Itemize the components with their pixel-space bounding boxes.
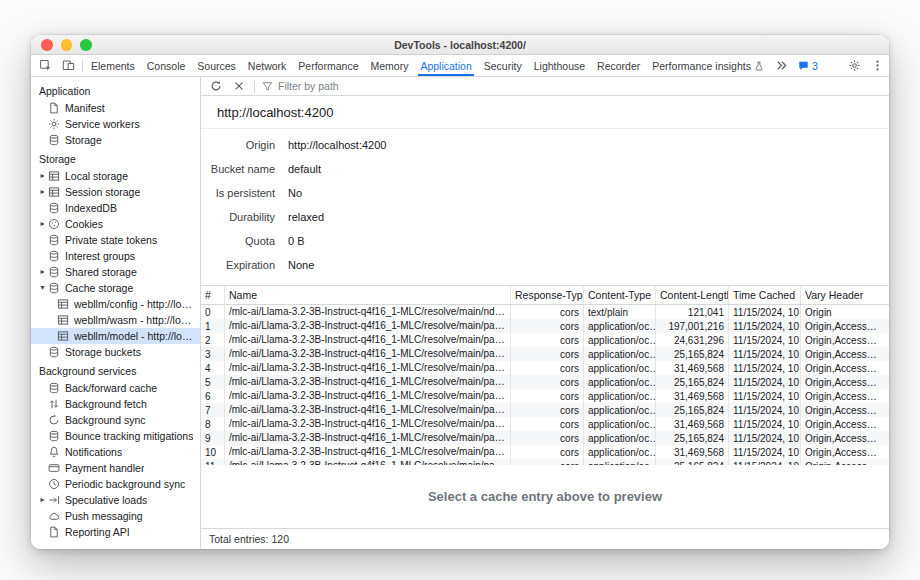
tab-recorder[interactable]: Recorder — [591, 55, 646, 76]
sidebar-item-session-storage[interactable]: ▸Session storage — [31, 184, 200, 200]
column-header-[interactable]: # — [201, 286, 225, 304]
cache-entry-row-7[interactable]: 7/mlc-ai/Llama-3.2-3B-Instruct-q4f16_1-M… — [201, 403, 889, 417]
expander-collapsed-icon[interactable]: ▸ — [37, 220, 48, 228]
sidebar-item-storage-buckets[interactable]: Storage buckets — [31, 344, 200, 360]
settings-gear-icon[interactable] — [843, 55, 866, 76]
file-icon — [48, 102, 61, 114]
cell-content-length: 25,165,824 — [656, 375, 729, 389]
refresh-icon[interactable] — [208, 78, 224, 94]
table-body[interactable]: 0/mlc-ai/Llama-3.2-3B-Instruct-q4f16_1-M… — [201, 305, 889, 465]
sidebar-item-webllm-config-http-loc[interactable]: webllm/config - http://loc… — [31, 296, 200, 312]
tab-network[interactable]: Network — [242, 55, 293, 76]
sidebar-item-background-fetch[interactable]: Background fetch — [31, 396, 200, 412]
tab-security[interactable]: Security — [478, 55, 528, 76]
sidebar-item-speculative-loads[interactable]: ▸Speculative loads — [31, 492, 200, 508]
inspect-element-icon[interactable] — [34, 55, 57, 76]
sidebar-item-indexeddb[interactable]: IndexedDB — [31, 200, 200, 216]
cell-time-cached: 11/15/2024, 10… — [729, 333, 801, 347]
cell-: 3 — [201, 347, 225, 361]
expander-collapsed-icon[interactable]: ▸ — [37, 172, 48, 180]
cell-content-length: 31,469,568 — [656, 417, 729, 431]
cache-entry-row-6[interactable]: 6/mlc-ai/Llama-3.2-3B-Instruct-q4f16_1-M… — [201, 389, 889, 403]
kebab-menu-icon[interactable] — [866, 55, 889, 76]
sidebar-item-bounce-tracking-mitigations[interactable]: Bounce tracking mitigations — [31, 428, 200, 444]
cache-entry-row-4[interactable]: 4/mlc-ai/Llama-3.2-3B-Instruct-q4f16_1-M… — [201, 361, 889, 375]
tab-console[interactable]: Console — [141, 55, 192, 76]
cell-vary-header: Origin,Access… — [801, 417, 889, 431]
sidebar-item-shared-storage[interactable]: ▸Shared storage — [31, 264, 200, 280]
titlebar[interactable]: DevTools - localhost:4200/ — [31, 35, 889, 55]
meta-label: Bucket name — [201, 163, 275, 175]
cache-entry-row-0[interactable]: 0/mlc-ai/Llama-3.2-3B-Instruct-q4f16_1-M… — [201, 305, 889, 319]
sidebar-item-webllm-model-http-loc[interactable]: webllm/model - http://loc… — [31, 328, 200, 344]
sidebar-item-background-sync[interactable]: Background sync — [31, 412, 200, 428]
sidebar-item-cookies[interactable]: ▸Cookies — [31, 216, 200, 232]
tab-performance[interactable]: Performance — [292, 55, 364, 76]
expander-collapsed-icon[interactable]: ▸ — [37, 188, 48, 196]
cell-time-cached: 11/15/2024, 10… — [729, 361, 801, 375]
sidebar-item-manifest[interactable]: Manifest — [31, 100, 200, 116]
sidebar-item-payment-handler[interactable]: Payment handler — [31, 460, 200, 476]
cell-content-type: application/oc… — [584, 319, 656, 333]
cache-entry-row-5[interactable]: 5/mlc-ai/Llama-3.2-3B-Instruct-q4f16_1-M… — [201, 375, 889, 389]
more-tabs-icon[interactable] — [770, 55, 793, 76]
expander-expanded-icon[interactable]: ▾ — [37, 284, 48, 292]
sidebar-item-reporting-api[interactable]: Reporting API — [31, 524, 200, 540]
cache-entry-row-2[interactable]: 2/mlc-ai/Llama-3.2-3B-Instruct-q4f16_1-M… — [201, 333, 889, 347]
payment-icon — [48, 462, 61, 474]
tab-sources[interactable]: Sources — [191, 55, 242, 76]
cache-entry-row-10[interactable]: 10/mlc-ai/Llama-3.2-3B-Instruct-q4f16_1-… — [201, 445, 889, 459]
close-window-button[interactable] — [41, 39, 53, 51]
sidebar-item-cache-storage[interactable]: ▾Cache storage — [31, 280, 200, 296]
clock-icon — [48, 478, 61, 490]
column-header-response-type[interactable]: Response-Type — [511, 286, 584, 304]
sidebar-item-back-forward-cache[interactable]: Back/forward cache — [31, 380, 200, 396]
column-header-content-length[interactable]: Content-Length — [656, 286, 729, 304]
console-messages-badge[interactable]: 3 — [793, 55, 823, 76]
sidebar-item-label: Back/forward cache — [65, 382, 157, 394]
cache-entry-row-9[interactable]: 9/mlc-ai/Llama-3.2-3B-Instruct-q4f16_1-M… — [201, 431, 889, 445]
sidebar-item-service-workers[interactable]: Service workers — [31, 116, 200, 132]
cell-: 4 — [201, 361, 225, 375]
cache-entry-row-8[interactable]: 8/mlc-ai/Llama-3.2-3B-Instruct-q4f16_1-M… — [201, 417, 889, 431]
tab-memory[interactable]: Memory — [364, 55, 414, 76]
tab-performance-insights[interactable]: Performance insights — [646, 55, 770, 76]
sidebar-item-label: Storage — [65, 134, 102, 146]
tab-label: Sources — [197, 60, 236, 72]
minimize-window-button[interactable] — [61, 39, 73, 51]
delete-icon[interactable] — [231, 78, 247, 94]
table-icon — [57, 330, 70, 342]
cell-response-type: cors — [511, 389, 584, 403]
cell-response-type: cors — [511, 417, 584, 431]
sidebar-item-notifications[interactable]: Notifications — [31, 444, 200, 460]
tab-lighthouse[interactable]: Lighthouse — [528, 55, 591, 76]
cell-: 9 — [201, 431, 225, 445]
sidebar-item-push-messaging[interactable]: Push messaging — [31, 508, 200, 524]
column-header-content-type[interactable]: Content-Type — [584, 286, 656, 304]
sidebar-item-interest-groups[interactable]: Interest groups — [31, 248, 200, 264]
column-header-name[interactable]: Name — [225, 286, 511, 304]
column-header-time-cached[interactable]: Time Cached — [729, 286, 801, 304]
messages-count: 3 — [812, 60, 818, 72]
tab-application[interactable]: Application — [414, 55, 477, 76]
cache-entry-row-1[interactable]: 1/mlc-ai/Llama-3.2-3B-Instruct-q4f16_1-M… — [201, 319, 889, 333]
sidebar-item-periodic-background-sync[interactable]: Periodic background sync — [31, 476, 200, 492]
tab-elements[interactable]: Elements — [85, 55, 141, 76]
expander-collapsed-icon[interactable]: ▸ — [37, 496, 48, 504]
sidebar-item-webllm-wasm-http-loca[interactable]: webllm/wasm - http://loca… — [31, 312, 200, 328]
sidebar-item-local-storage[interactable]: ▸Local storage — [31, 168, 200, 184]
column-header-vary-header[interactable]: Vary Header — [801, 286, 889, 304]
database-icon — [48, 202, 61, 214]
meta-value: default — [288, 163, 321, 175]
cache-entry-row-3[interactable]: 3/mlc-ai/Llama-3.2-3B-Instruct-q4f16_1-M… — [201, 347, 889, 361]
tab-label: Network — [248, 60, 287, 72]
device-toolbar-icon[interactable] — [57, 55, 80, 76]
sidebar-item-private-state-tokens[interactable]: Private state tokens — [31, 232, 200, 248]
filter-by-path-input[interactable]: Filter by path — [262, 80, 339, 92]
expander-collapsed-icon[interactable]: ▸ — [37, 268, 48, 276]
database-icon — [48, 282, 61, 294]
sidebar-item-storage[interactable]: Storage — [31, 132, 200, 148]
database-icon — [48, 346, 61, 358]
zoom-window-button[interactable] — [80, 39, 92, 51]
cell-response-type: cors — [511, 445, 584, 459]
